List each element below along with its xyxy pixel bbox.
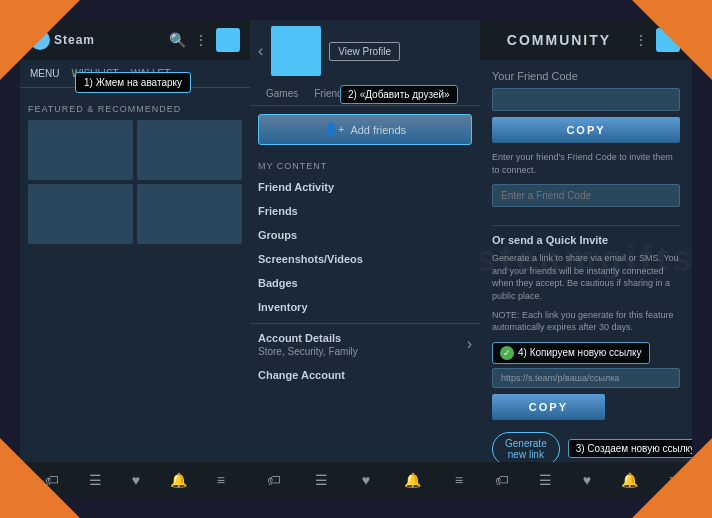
view-profile-button[interactable]: View Profile (329, 42, 400, 61)
add-friends-button[interactable]: 👤+ Add friends (258, 114, 472, 145)
steam-header: Steam 🔍 ⋮ (20, 20, 250, 60)
header-icons: 🔍 ⋮ (169, 28, 240, 52)
left-panel: Steam 🔍 ⋮ MENU WISHLIST WALLET 1) Жмем н… (20, 20, 250, 498)
main-container: Steam 🔍 ⋮ MENU WISHLIST WALLET 1) Жмем н… (20, 20, 692, 498)
annotation-tooltip-4: ✓ 4) Копируем новую ссылку (492, 342, 650, 364)
right-bottom-list-icon[interactable]: ☰ (539, 472, 552, 488)
friend-code-input[interactable] (492, 88, 680, 111)
menu-friend-activity[interactable]: Friend Activity (250, 175, 480, 199)
copy-button-2[interactable]: COPY (492, 394, 605, 420)
nav-menu[interactable]: MENU (28, 64, 61, 83)
middle-bottom-list-icon[interactable]: ☰ (315, 472, 328, 488)
friend-code-title: Your Friend Code (492, 70, 680, 82)
back-arrow-icon[interactable]: ‹ (258, 42, 263, 60)
bottom-nav-bell-icon[interactable]: 🔔 (170, 472, 187, 488)
right-panel: COMMUNITY ⋮ Your Friend Code COPY Enter … (480, 20, 692, 498)
middle-bottom-bell-icon[interactable]: 🔔 (404, 472, 421, 488)
community-title: COMMUNITY (507, 32, 611, 48)
menu-change-account[interactable]: Change Account (250, 363, 480, 387)
community-menu-icon[interactable]: ⋮ (634, 32, 648, 48)
steam-title: Steam (54, 33, 95, 47)
note-text: NOTE: Each link you generate for this fe… (492, 309, 680, 334)
copy-button-1[interactable]: COPY (492, 117, 680, 143)
add-friends-icon: 👤+ (324, 123, 344, 136)
menu-account-details[interactable]: Account Details (258, 330, 358, 346)
menu-badges[interactable]: Badges (250, 271, 480, 295)
search-icon[interactable]: 🔍 (169, 32, 186, 48)
friend-code-desc: Enter your friend's Friend Code to invit… (492, 151, 680, 176)
featured-grid (28, 120, 242, 244)
menu-inventory[interactable]: Inventory (250, 295, 480, 319)
checkmark-icon: ✓ (500, 346, 514, 360)
avatar[interactable] (216, 28, 240, 52)
tab-games[interactable]: Games (258, 82, 306, 105)
right-bottom-tag-icon[interactable]: 🏷 (495, 472, 509, 488)
my-content-label: MY CONTENT (250, 153, 480, 175)
menu-icon[interactable]: ⋮ (194, 32, 208, 48)
middle-bottom-nav: 🏷 ☰ ♥ 🔔 ≡ (250, 462, 480, 498)
bottom-nav-list-icon[interactable]: ☰ (89, 472, 102, 488)
bottom-nav-heart-icon[interactable]: ♥ (132, 472, 140, 488)
menu-account-sub: Store, Security, Family (258, 346, 358, 357)
annotation-tooltip-3: 3) Создаем новую ссылку (568, 439, 692, 458)
link-display: https://s.team/p/ваша/ссылка (492, 368, 680, 388)
menu-screenshots[interactable]: Screenshots/Videos (250, 247, 480, 271)
generate-link-button[interactable]: Generate new link (492, 432, 560, 466)
profile-avatar (271, 26, 321, 76)
featured-thumb-3 (28, 184, 133, 244)
chevron-right-icon: › (467, 335, 472, 353)
middle-bottom-menu-icon[interactable]: ≡ (455, 472, 463, 488)
left-content: FEATURED & RECOMMENDED (20, 88, 250, 252)
menu-friends[interactable]: Friends (250, 199, 480, 223)
right-bottom-heart-icon[interactable]: ♥ (583, 472, 591, 488)
right-content: Your Friend Code COPY Enter your friend'… (480, 60, 692, 476)
annotation-tooltip-1: 1) Жмем на аватарку (75, 72, 191, 93)
middle-panel: ‹ View Profile 2) «Добавить друзей» Game… (250, 20, 480, 498)
quick-invite-desc: Generate a link to share via email or SM… (492, 252, 680, 302)
featured-thumb-1 (28, 120, 133, 180)
menu-groups[interactable]: Groups (250, 223, 480, 247)
bottom-nav-menu-icon[interactable]: ≡ (217, 472, 225, 488)
featured-thumb-2 (137, 120, 242, 180)
profile-header: ‹ View Profile (250, 20, 480, 82)
divider (492, 225, 680, 226)
featured-thumb-4 (137, 184, 242, 244)
right-bottom-bell-icon[interactable]: 🔔 (621, 472, 638, 488)
quick-invite-title: Or send a Quick Invite (492, 234, 680, 246)
middle-bottom-tag-icon[interactable]: 🏷 (267, 472, 281, 488)
annotation-tooltip-2: 2) «Добавить друзей» (340, 85, 458, 104)
featured-label: FEATURED & RECOMMENDED (28, 104, 242, 114)
middle-bottom-heart-icon[interactable]: ♥ (362, 472, 370, 488)
enter-friend-code-input[interactable] (492, 184, 680, 207)
add-friends-label: Add friends (350, 124, 406, 136)
